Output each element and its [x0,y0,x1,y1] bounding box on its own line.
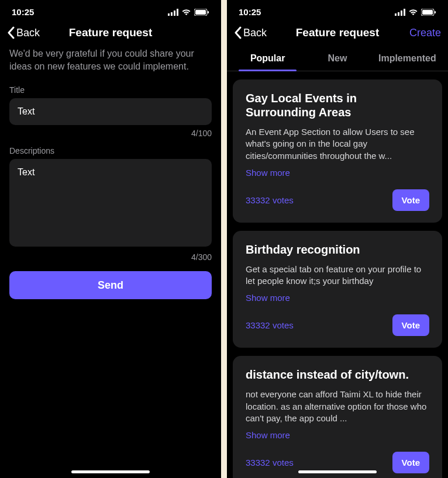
card-title: Birthday recognition [246,243,429,257]
back-label: Back [16,27,40,39]
status-indicators [395,9,436,16]
svg-rect-1 [171,12,173,16]
svg-rect-0 [168,13,170,16]
descriptions-input[interactable]: Text [9,159,212,247]
tab-implemented[interactable]: Implemented [373,47,442,71]
tabs: Popular New Implemented [227,47,448,71]
back-button[interactable]: Back [234,26,267,39]
back-button[interactable]: Back [7,26,40,39]
status-indicators [168,9,209,16]
chevron-left-icon [7,26,15,39]
feature-card: distance instead of city/town. not every… [233,356,442,478]
title-counter: 4/100 [0,125,221,141]
tab-popular[interactable]: Popular [233,47,302,71]
wifi-icon [181,9,191,16]
phone-left: 10:25 Back Feature request We'd be very … [0,0,221,478]
svg-rect-6 [208,11,209,13]
feature-card: Gay Local Events in Surrounding Areas An… [233,79,442,223]
phone-right: 10:25 Back Feature request Create Popula… [227,0,448,478]
svg-rect-7 [395,13,397,16]
vote-button[interactable]: Vote [392,452,429,473]
status-bar: 10:25 [227,0,448,20]
feature-card-list[interactable]: Gay Local Events in Surrounding Areas An… [227,71,448,478]
tab-new[interactable]: New [302,47,372,71]
feature-card: Birthday recognition Get a special tab o… [233,231,442,348]
nav-bar: Back Feature request [0,20,221,47]
svg-rect-3 [177,9,178,16]
chevron-left-icon [234,26,242,39]
descriptions-counter: 4/300 [0,249,221,265]
show-more-link[interactable]: Show more [246,293,290,303]
svg-rect-5 [195,10,206,15]
create-button[interactable]: Create [409,27,441,39]
wifi-icon [408,9,418,16]
vote-button[interactable]: Vote [392,314,429,336]
vote-count: 33332 votes [246,320,294,330]
show-more-link[interactable]: Show more [246,168,290,178]
back-label: Back [243,27,267,39]
svg-rect-2 [174,11,175,16]
vote-count: 33332 votes [246,195,294,205]
home-indicator[interactable] [71,470,150,473]
cellular-icon [168,9,178,16]
status-bar: 10:25 [0,0,221,20]
svg-rect-8 [398,12,399,16]
show-more-link[interactable]: Show more [246,430,290,440]
status-time: 10:25 [239,7,261,17]
card-description: An Event App Section to allow Users to s… [246,126,429,162]
svg-rect-10 [404,9,405,16]
intro-text: We'd be very grateful if you could share… [0,47,221,81]
card-description: Get a special tab on feature on your pro… [246,264,429,288]
battery-icon [194,9,209,16]
card-title: Gay Local Events in Surrounding Areas [246,91,429,119]
descriptions-label: Descriptions [0,141,221,159]
card-description: not everyone can afford Taimi XL to hide… [246,389,429,424]
nav-bar: Back Feature request Create [227,20,448,47]
battery-icon [421,9,436,16]
svg-rect-12 [422,10,433,15]
status-time: 10:25 [12,7,34,17]
title-label: Title [0,81,221,98]
svg-rect-13 [435,11,436,13]
title-input[interactable] [9,98,212,125]
svg-rect-9 [401,11,402,16]
vote-button[interactable]: Vote [392,189,429,211]
cellular-icon [395,9,405,16]
home-indicator[interactable] [298,470,377,473]
send-button[interactable]: Send [9,271,212,299]
card-title: distance instead of city/town. [246,368,429,382]
vote-count: 33332 votes [246,458,294,467]
